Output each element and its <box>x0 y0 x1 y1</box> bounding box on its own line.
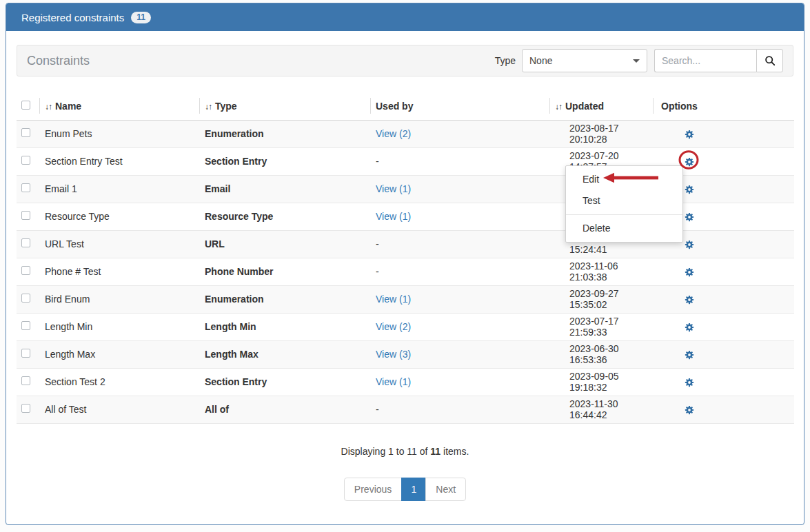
search-input[interactable] <box>654 49 756 72</box>
select-all-checkbox[interactable] <box>21 101 30 110</box>
search-group <box>654 49 783 72</box>
used-by-link[interactable]: View (1) <box>376 183 411 194</box>
table-row: Bird Enum Enumeration View (1) 2023-09-2… <box>17 285 794 313</box>
page: Registered constraints 11 Constraints Ty… <box>0 0 810 532</box>
constraint-type: URL <box>199 230 370 258</box>
row-checkbox[interactable] <box>21 321 30 330</box>
options-context-menu: Edit Test Delete <box>565 165 683 243</box>
used-by-empty: - <box>376 238 379 249</box>
panel-title: Constraints <box>27 54 90 68</box>
column-label: Type <box>215 101 237 112</box>
row-checkbox[interactable] <box>21 266 30 275</box>
used-by-link[interactable]: View (1) <box>376 211 411 222</box>
sort-icon[interactable]: ↓↑ <box>45 102 52 112</box>
constraint-type: Length Min <box>199 313 370 340</box>
gear-icon[interactable] <box>685 212 694 222</box>
table-row: Length Min Length Min View (2) 2023-07-1… <box>17 313 794 340</box>
gear-icon[interactable] <box>685 240 694 249</box>
row-checkbox[interactable] <box>21 294 30 303</box>
column-header-updated[interactable]: ↓↑Updated <box>549 92 653 120</box>
next-page-button[interactable]: Next <box>425 478 466 501</box>
table-row: All of Test All of - 2023-11-30 16:44:42 <box>17 396 794 423</box>
updated-timestamp: 2023-07-17 21:59:33 <box>549 313 653 340</box>
table-header-row: ↓↑Name ↓↑Type Used by ↓↑Updated Options <box>17 92 794 120</box>
chevron-down-icon <box>633 59 640 63</box>
column-header-type[interactable]: ↓↑Type <box>199 92 370 120</box>
updated-timestamp: 2023-09-05 19:18:32 <box>549 368 653 396</box>
constraint-name: Resource Type <box>39 203 199 230</box>
row-checkbox[interactable] <box>21 376 30 385</box>
header-checkbox-cell <box>17 92 39 120</box>
menu-item-test[interactable]: Test <box>566 190 682 212</box>
row-checkbox[interactable] <box>21 156 30 165</box>
constraint-type: Phone Number <box>199 258 370 285</box>
table-row: Enum Pets Enumeration View (2) 2023-08-1… <box>17 120 794 147</box>
used-by-empty: - <box>376 266 379 277</box>
gear-icon[interactable] <box>685 323 694 332</box>
page-title: Registered constraints <box>21 12 124 23</box>
constraint-type: Email <box>199 175 370 203</box>
row-checkbox[interactable] <box>21 404 30 413</box>
previous-page-button[interactable]: Previous <box>344 478 402 501</box>
type-select-value: None <box>529 55 552 66</box>
table-row: Section Test 2 Section Entry View (1) 20… <box>17 368 794 396</box>
updated-timestamp: 2023-11-06 21:03:38 <box>549 258 653 285</box>
search-button[interactable] <box>756 49 783 72</box>
used-by-empty: - <box>376 156 379 167</box>
search-icon <box>765 55 776 66</box>
gear-icon[interactable] <box>685 295 694 305</box>
column-label: Updated <box>565 101 604 112</box>
registered-constraints-card: Registered constraints 11 Constraints Ty… <box>6 3 804 525</box>
gear-icon[interactable] <box>685 267 694 277</box>
used-by-link[interactable]: View (2) <box>376 128 411 139</box>
updated-timestamp: 2023-11-30 16:44:42 <box>549 396 653 423</box>
summary-total: 11 <box>430 446 441 457</box>
row-checkbox[interactable] <box>21 128 30 137</box>
type-label: Type <box>495 55 516 66</box>
used-by-empty: - <box>376 404 379 415</box>
constraint-name: Section Entry Test <box>39 147 199 175</box>
row-checkbox[interactable] <box>21 349 30 358</box>
gear-icon[interactable] <box>685 378 694 387</box>
constraint-name: Enum Pets <box>39 120 199 147</box>
constraint-name: Bird Enum <box>39 285 199 313</box>
menu-item-edit[interactable]: Edit <box>566 169 682 190</box>
constraint-name: Section Test 2 <box>39 368 199 396</box>
row-checkbox[interactable] <box>21 211 30 220</box>
column-label: Used by <box>376 101 413 112</box>
constraint-name: Length Max <box>39 340 199 368</box>
used-by-link[interactable]: View (1) <box>376 294 411 305</box>
constraint-name: Phone # Test <box>39 258 199 285</box>
gear-icon[interactable] <box>685 405 694 415</box>
constraint-name: URL Test <box>39 230 199 258</box>
constraint-name: All of Test <box>39 396 199 423</box>
updated-timestamp: 2023-08-17 20:10:28 <box>549 120 653 147</box>
sort-icon[interactable]: ↓↑ <box>205 102 212 112</box>
used-by-link[interactable]: View (2) <box>376 321 411 332</box>
pagination: Previous 1 Next <box>6 478 804 501</box>
gear-icon[interactable] <box>685 130 694 139</box>
column-label: Name <box>55 101 81 112</box>
gear-icon[interactable] <box>685 185 694 194</box>
column-header-name[interactable]: ↓↑Name <box>39 92 199 120</box>
used-by-link[interactable]: View (1) <box>376 376 411 387</box>
used-by-link[interactable]: View (3) <box>376 349 411 360</box>
updated-timestamp: 2023-09-27 15:35:02 <box>549 285 653 313</box>
constraint-type: Enumeration <box>199 285 370 313</box>
column-header-options: Options <box>653 92 794 120</box>
row-checkbox[interactable] <box>21 238 30 247</box>
updated-timestamp: 2023-06-30 16:53:36 <box>549 340 653 368</box>
type-select[interactable]: None <box>522 49 647 72</box>
menu-divider <box>566 214 682 215</box>
current-page-button[interactable]: 1 <box>401 478 426 501</box>
menu-item-delete[interactable]: Delete <box>566 218 682 239</box>
row-checkbox[interactable] <box>21 183 30 192</box>
constraint-type: Section Entry <box>199 368 370 396</box>
table-row: Length Max Length Max View (3) 2023-06-3… <box>17 340 794 368</box>
constraint-type: All of <box>199 396 370 423</box>
items-summary: Displaying 1 to 11 of 11 items. <box>6 446 804 457</box>
constraint-type: Length Max <box>199 340 370 368</box>
sort-icon[interactable]: ↓↑ <box>555 102 562 112</box>
gear-icon[interactable] <box>685 157 694 167</box>
gear-icon[interactable] <box>685 350 694 360</box>
